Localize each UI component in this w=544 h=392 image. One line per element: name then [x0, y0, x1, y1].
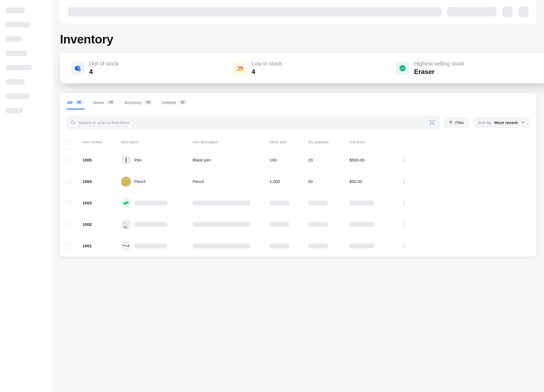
- row-checkbox[interactable]: [67, 222, 72, 227]
- col-unit-price: Unit price: [349, 140, 396, 144]
- stat-label: Highest selling stock: [414, 61, 464, 67]
- item-thumbnail: [121, 241, 131, 251]
- topbar-icon-skeleton[interactable]: [502, 7, 513, 17]
- table-row[interactable]: 1001: [60, 235, 536, 257]
- tab-deleted[interactable]: Deleted 20: [161, 98, 188, 109]
- filter-label: Filter: [455, 120, 464, 125]
- item-thumbnail: [121, 177, 131, 187]
- tab-shoes[interactable]: Shoes 20: [92, 98, 116, 109]
- table-row[interactable]: 1004PencilPencil1,00050$50.00: [60, 171, 536, 192]
- table-row[interactable]: 1003: [60, 192, 536, 214]
- sidebar-item[interactable]: [6, 51, 27, 56]
- cell-item-number: 1004: [83, 179, 121, 184]
- tab-label: Deleted: [162, 100, 176, 105]
- more-vertical-icon: [402, 201, 407, 205]
- skeleton: [193, 243, 250, 248]
- skeleton: [308, 243, 328, 248]
- table-row[interactable]: 1002: [60, 214, 536, 235]
- topbar-action-skeleton[interactable]: [447, 7, 497, 17]
- svg-rect-8: [433, 122, 433, 123]
- skeleton: [134, 201, 167, 205]
- skeleton: [193, 201, 250, 205]
- sidebar-item[interactable]: [6, 36, 22, 42]
- more-vertical-icon: [402, 179, 407, 184]
- svg-point-11: [404, 158, 405, 159]
- cell-item-description: Pencil: [193, 179, 204, 184]
- sidebar-item[interactable]: [6, 8, 25, 13]
- row-checkbox[interactable]: [67, 179, 72, 184]
- hot-badge-icon: HOT: [396, 62, 409, 75]
- skeleton: [134, 222, 167, 227]
- cell-item-description: Black pen: [193, 158, 211, 162]
- sidebar-item[interactable]: [6, 94, 30, 99]
- more-vertical-icon: [402, 158, 407, 163]
- tab-count: 60: [75, 100, 84, 105]
- cell-item-number: 1002: [83, 222, 121, 227]
- row-checkbox[interactable]: [67, 200, 72, 206]
- row-checkbox[interactable]: [67, 157, 72, 163]
- cell-items-sold: 1,000: [270, 179, 280, 184]
- svg-point-26: [404, 224, 405, 225]
- tab-all[interactable]: All 60: [67, 98, 84, 109]
- filter-button[interactable]: Filter: [444, 117, 469, 128]
- skeleton: [134, 243, 167, 248]
- col-item-description: Item description: [193, 140, 270, 144]
- sidebar-item[interactable]: [6, 22, 30, 28]
- svg-point-17: [404, 182, 405, 183]
- cell-unit-price: $50.00: [349, 179, 362, 184]
- topbar-icon-skeleton[interactable]: [518, 7, 529, 17]
- row-more-button[interactable]: [396, 222, 412, 227]
- skeleton: [308, 222, 328, 227]
- search-field-wrap[interactable]: [67, 115, 440, 130]
- svg-point-13: [404, 161, 405, 162]
- tab-count: 20: [106, 100, 116, 105]
- sidebar-item[interactable]: [6, 108, 23, 113]
- stat-low-in-stock: Low in stock 4: [233, 61, 379, 76]
- skeleton: [349, 243, 374, 248]
- topbar-search-skeleton[interactable]: [68, 7, 442, 17]
- row-checkbox[interactable]: [67, 243, 72, 249]
- barcode-scan-icon[interactable]: [428, 119, 436, 126]
- svg-point-15: [404, 180, 405, 180]
- cell-qty-available: 50: [308, 179, 313, 184]
- stat-out-of-stock: Out of stock 4: [71, 61, 217, 76]
- row-more-button[interactable]: [396, 201, 412, 205]
- item-thumbnail: [121, 155, 131, 165]
- svg-text:HOT: HOT: [401, 67, 404, 69]
- cell-item-name: Pencil: [134, 179, 146, 184]
- filter-icon: [449, 120, 453, 125]
- col-item-name: Item name: [121, 140, 193, 144]
- sort-button[interactable]: Sort by Most recent: [473, 117, 530, 128]
- svg-rect-2: [239, 67, 240, 71]
- svg-point-22: [404, 204, 405, 205]
- row-more-button[interactable]: [396, 158, 412, 163]
- sidebar-item[interactable]: [6, 79, 25, 85]
- more-vertical-icon: [402, 222, 407, 227]
- tab-count: 20: [178, 100, 187, 105]
- col-item-number: Item number: [83, 140, 121, 144]
- tab-count: 20: [144, 100, 153, 105]
- sidebar-item[interactable]: [6, 65, 32, 70]
- cell-items-sold: 100: [270, 158, 277, 162]
- skeleton: [349, 222, 374, 227]
- main-content: Inventory Out of stock 4 Low in stock 4: [52, 0, 544, 392]
- svg-rect-1: [237, 69, 239, 71]
- row-more-button[interactable]: [396, 179, 412, 184]
- stat-value: Eraser: [414, 68, 464, 76]
- svg-point-12: [404, 160, 405, 160]
- tab-label: Accesory: [124, 100, 141, 105]
- svg-rect-7: [432, 122, 432, 123]
- row-more-button[interactable]: [396, 243, 412, 248]
- box-out-icon: [71, 62, 84, 75]
- stat-value: 4: [89, 68, 119, 76]
- table-row[interactable]: 1005PenBlack pen10020$500.00: [60, 149, 536, 171]
- select-all-checkbox[interactable]: [67, 139, 72, 145]
- cell-unit-price: $500.00: [349, 158, 364, 162]
- stat-label: Out of stock: [89, 61, 119, 67]
- tab-accessory[interactable]: Accesory 20: [124, 98, 153, 109]
- search-input[interactable]: [78, 120, 425, 125]
- table-toolbar: Filter Sort by Most recent: [60, 110, 536, 135]
- tab-label: All: [67, 100, 72, 105]
- search-icon: [70, 120, 75, 125]
- table-header: Item number Item name Item description I…: [60, 135, 536, 149]
